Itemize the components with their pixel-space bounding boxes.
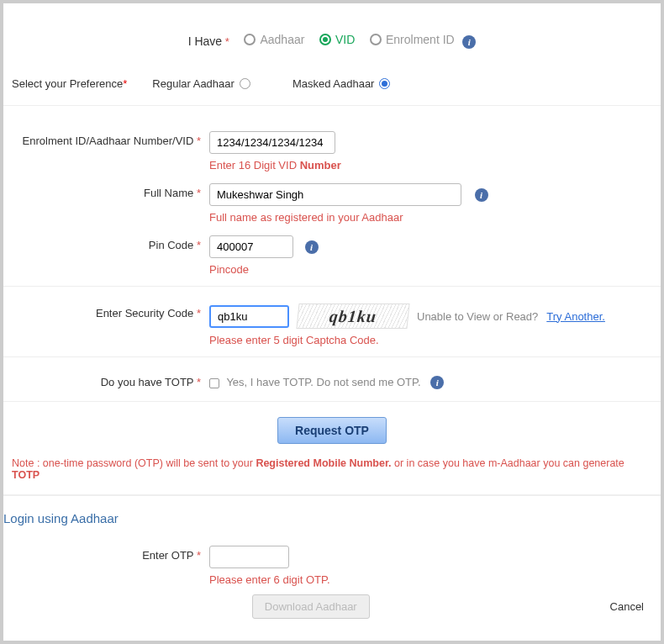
pin-label-text: Pin Code	[149, 239, 193, 251]
security-label: Enter Security Code *	[3, 304, 209, 319]
security-label-text: Enter Security Code	[96, 307, 193, 319]
security-input[interactable]	[209, 305, 289, 328]
otp-hint: Please enter 6 digit OTP.	[209, 573, 652, 586]
note-bold2: TOTP	[12, 469, 40, 481]
captcha-text: qb1ku	[329, 307, 378, 326]
otp-note: Note : one-time password (OTP) will be s…	[3, 451, 661, 494]
radio-circle-icon	[370, 34, 382, 45]
login-title: Login using Aadhaar	[3, 511, 652, 537]
totp-section: Do you have TOTP * Yes, I have TOTP. Do …	[3, 357, 661, 402]
bottom-row: Download Aadhaar Cancel	[3, 589, 652, 622]
login-section: Login using Aadhaar Enter OTP * Please e…	[3, 495, 661, 622]
name-hint: Full name as registered in your Aadhaar	[209, 211, 661, 224]
row-name: Full Name * i Full name as registered in…	[3, 175, 661, 227]
radio-aadhaar-label: Aadhaar	[260, 33, 304, 46]
radio-enrolment-label: Enrolment ID	[386, 33, 455, 46]
info-icon[interactable]: i	[430, 376, 444, 389]
otp-label-text: Enter OTP	[142, 549, 193, 562]
security-section: Enter Security Code * qb1ku Unable to Vi…	[3, 287, 661, 357]
i-have-row: I Have * Aadhaar VID Enrolment ID i	[3, 3, 661, 66]
pin-hint: Pincode	[209, 263, 661, 276]
id-hint-prefix: Enter 16 Digit VID	[209, 159, 300, 172]
info-icon[interactable]: i	[305, 240, 319, 254]
preference-masked[interactable]: Masked Aadhaar	[292, 77, 391, 90]
captcha-try-another-link[interactable]: Try Another.	[546, 310, 605, 323]
row-security: Enter Security Code * qb1ku Unable to Vi…	[3, 295, 661, 350]
required-asterisk: *	[197, 549, 201, 562]
preference-label: Select your Preference	[12, 77, 123, 90]
id-label: Enrolment ID/Aadhaar Number/VID *	[3, 131, 209, 147]
totp-checkbox[interactable]	[209, 378, 219, 388]
note-prefix: Note : one-time password (OTP) will be s…	[12, 457, 256, 469]
info-icon[interactable]: i	[462, 35, 476, 49]
fields-section: Enrolment ID/Aadhaar Number/VID * Enter …	[3, 106, 661, 287]
captcha-unable-text: Unable to View or Read?	[417, 310, 538, 323]
required-asterisk: *	[225, 35, 229, 48]
radio-circle-icon	[319, 34, 331, 45]
required-asterisk: *	[197, 376, 201, 388]
info-icon[interactable]: i	[475, 188, 488, 202]
preference-masked-label: Masked Aadhaar	[292, 77, 375, 90]
radio-vid[interactable]: VID	[319, 33, 355, 46]
radio-vid-label: VID	[335, 33, 355, 46]
pin-label: Pin Code *	[3, 235, 209, 251]
pin-input[interactable]	[209, 235, 293, 258]
row-totp: Do you have TOTP * Yes, I have TOTP. Do …	[3, 372, 661, 389]
name-input[interactable]	[209, 183, 461, 206]
id-label-text: Enrolment ID/Aadhaar Number/VID	[23, 135, 194, 147]
radio-icon	[240, 78, 250, 89]
radio-circle-icon	[244, 34, 256, 45]
note-bold1: Registered Mobile Number.	[256, 457, 391, 469]
i-have-label: I Have	[188, 34, 222, 48]
row-otp: Enter OTP * Please enter 6 digit OTP.	[3, 537, 652, 589]
radio-icon	[379, 78, 390, 89]
row-pin: Pin Code * i Pincode	[3, 227, 661, 279]
required-asterisk: *	[197, 239, 201, 251]
totp-checkbox-label: Yes, I have TOTP. Do not send me OTP.	[226, 376, 420, 388]
row-id: Enrolment ID/Aadhaar Number/VID * Enter …	[3, 123, 661, 175]
required-asterisk: *	[197, 307, 201, 319]
cancel-link[interactable]: Cancel	[610, 600, 644, 613]
radio-aadhaar[interactable]: Aadhaar	[244, 33, 304, 46]
required-asterisk: *	[197, 135, 201, 147]
security-hint: Please enter 5 digit Captcha Code.	[209, 334, 661, 346]
preference-regular-label: Regular Aadhaar	[152, 77, 235, 90]
name-label: Full Name *	[3, 183, 209, 199]
otp-input[interactable]	[209, 546, 289, 568]
request-otp-button[interactable]: Request OTP	[277, 417, 387, 444]
action-section: Request OTP Note : one-time password (OT…	[3, 402, 661, 495]
required-asterisk: *	[123, 77, 127, 90]
totp-label: Do you have TOTP *	[3, 372, 209, 388]
preference-row: Select your Preference* Regular Aadhaar …	[3, 66, 661, 106]
captcha-image: qb1ku	[296, 304, 409, 329]
preference-regular[interactable]: Regular Aadhaar	[152, 77, 250, 90]
totp-label-text: Do you have TOTP	[101, 376, 194, 388]
radio-enrolment[interactable]: Enrolment ID	[370, 33, 455, 46]
name-label-text: Full Name	[144, 187, 193, 199]
id-hint-bold: Number	[300, 159, 341, 172]
note-mid: or in case you have m-Aadhaar you can ge…	[392, 457, 624, 469]
id-hint: Enter 16 Digit VID Number	[209, 159, 661, 172]
otp-label: Enter OTP *	[3, 546, 209, 562]
id-input[interactable]	[209, 131, 335, 154]
download-aadhaar-button[interactable]: Download Aadhaar	[252, 594, 370, 619]
required-asterisk: *	[197, 187, 201, 199]
